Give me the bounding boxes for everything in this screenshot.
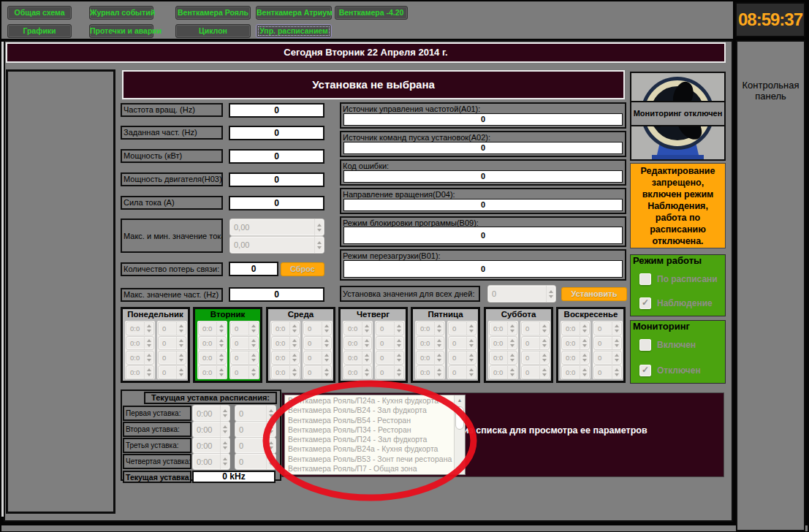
day6-freq-spinner-2[interactable]: 0 <box>522 337 549 349</box>
spin-down-icon[interactable] <box>269 430 273 433</box>
day3-time-spinner-3-arrows[interactable] <box>289 352 299 364</box>
spin-down-icon[interactable] <box>317 229 322 232</box>
schedule-value-spinner-1[interactable]: 0 <box>235 406 276 421</box>
spin-down-icon[interactable] <box>324 330 329 332</box>
spin-down-icon[interactable] <box>510 373 514 376</box>
schedule-time-spinner-4-arrows[interactable] <box>220 454 229 469</box>
day2-time-spinner-2-arrows[interactable] <box>216 337 226 349</box>
spin-down-icon[interactable] <box>179 359 183 362</box>
day2-freq-spinner-1[interactable]: 0 <box>231 322 258 335</box>
spin-down-icon[interactable] <box>549 295 553 298</box>
day6-freq-spinner-1-arrows[interactable] <box>539 322 549 335</box>
spin-up-icon[interactable] <box>292 354 297 357</box>
right-field-value-1[interactable]: 0 <box>343 113 623 126</box>
spin-up-icon[interactable] <box>269 409 273 412</box>
spin-up-icon[interactable] <box>251 354 256 357</box>
day5-freq-spinner-1[interactable]: 0 <box>449 322 476 335</box>
day5-time-spinner-3[interactable]: 0:0 <box>417 352 444 364</box>
spin-down-icon[interactable] <box>437 344 441 347</box>
day5-freq-spinner-3[interactable]: 0 <box>449 352 476 364</box>
spin-up-icon[interactable] <box>397 324 401 327</box>
day1-freq-spinner-4-arrows[interactable] <box>176 366 186 379</box>
spin-down-icon[interactable] <box>251 344 256 347</box>
spin-down-icon[interactable] <box>251 373 256 376</box>
day3-time-spinner-4-arrows[interactable] <box>289 366 299 379</box>
spin-down-icon[interactable] <box>324 359 329 362</box>
spin-down-icon[interactable] <box>615 344 619 347</box>
topbar-button-r1-1[interactable]: Общая схема <box>7 6 72 20</box>
set-all-days-spinner-arrows[interactable] <box>546 286 555 302</box>
left-field-value-1[interactable]: 0 <box>229 103 324 118</box>
day7-time-spinner-4-arrows[interactable] <box>580 366 589 379</box>
topbar-button-r2-1[interactable]: Графики <box>7 24 72 38</box>
spin-up-icon[interactable] <box>542 354 547 357</box>
right-field-value-3[interactable]: 0 <box>343 170 623 183</box>
spin-up-icon[interactable] <box>147 324 151 327</box>
unit-list-item-3[interactable]: Венткамера Рояль/В54 - Ресторан <box>285 416 454 425</box>
day1-freq-spinner-4[interactable]: 0 <box>159 366 186 379</box>
spin-up-icon[interactable] <box>179 324 183 327</box>
day3-freq-spinner-4-arrows[interactable] <box>322 366 331 379</box>
spin-down-icon[interactable] <box>469 330 474 332</box>
day7-time-spinner-2-arrows[interactable] <box>580 337 589 349</box>
day3-time-spinner-2-arrows[interactable] <box>289 337 299 349</box>
day1-time-spinner-2[interactable]: 0:0 <box>126 337 153 349</box>
day7-freq-spinner-1-arrows[interactable] <box>612 322 621 335</box>
spin-down-icon[interactable] <box>147 373 151 376</box>
connection-loss-value[interactable]: 0 <box>229 262 278 276</box>
day5-freq-spinner-2-arrows[interactable] <box>466 337 476 349</box>
day1-time-spinner-1-arrows[interactable] <box>144 322 153 335</box>
day1-freq-spinner-2[interactable]: 0 <box>159 337 186 349</box>
schedule-time-spinner-3-arrows[interactable] <box>220 438 229 453</box>
spin-down-icon[interactable] <box>615 359 619 362</box>
schedule-value-spinner-1-arrows[interactable] <box>266 406 276 421</box>
checkbox-1-2[interactable]: ✓ <box>639 297 651 309</box>
spin-up-icon[interactable] <box>324 339 329 342</box>
spin-up-icon[interactable] <box>324 324 329 327</box>
spin-up-icon[interactable] <box>542 324 547 327</box>
spin-down-icon[interactable] <box>219 344 224 347</box>
day4-time-spinner-4[interactable]: 0:0 <box>344 366 371 379</box>
day5-freq-spinner-4-arrows[interactable] <box>466 366 476 379</box>
spin-up-icon[interactable] <box>510 368 514 371</box>
day4-time-spinner-1[interactable]: 0:0 <box>344 322 371 335</box>
day6-time-spinner-1-arrows[interactable] <box>507 322 517 335</box>
spin-up-icon[interactable] <box>219 354 224 357</box>
spin-up-icon[interactable] <box>437 368 441 371</box>
day7-time-spinner-3[interactable]: 0:0 <box>562 352 589 364</box>
spin-down-icon[interactable] <box>147 330 151 332</box>
left-field-value-2[interactable]: 0 <box>229 126 324 140</box>
day4-freq-spinner-4[interactable]: 0 <box>376 366 403 379</box>
spin-up-icon[interactable] <box>469 354 474 357</box>
spin-up-icon[interactable] <box>324 354 329 357</box>
spin-down-icon[interactable] <box>147 344 151 347</box>
spin-down-icon[interactable] <box>542 359 547 362</box>
day6-freq-spinner-4[interactable]: 0 <box>522 366 549 379</box>
spin-down-icon[interactable] <box>582 344 587 347</box>
spin-up-icon[interactable] <box>223 425 227 428</box>
schedule-value-spinner-3-arrows[interactable] <box>266 438 276 453</box>
max-freq-value[interactable]: 0 <box>229 287 324 302</box>
spin-down-icon[interactable] <box>542 344 547 347</box>
day7-time-spinner-2[interactable]: 0:0 <box>562 337 589 349</box>
day5-time-spinner-2[interactable]: 0:0 <box>417 337 444 349</box>
day2-time-spinner-4-arrows[interactable] <box>216 366 226 379</box>
day3-time-spinner-1-arrows[interactable] <box>289 322 299 335</box>
spin-up-icon[interactable] <box>549 290 553 293</box>
day3-time-spinner-3[interactable]: 0:0 <box>272 352 299 364</box>
day4-time-spinner-3-arrows[interactable] <box>362 352 371 364</box>
spin-up-icon[interactable] <box>324 368 329 371</box>
day2-time-spinner-1-arrows[interactable] <box>216 322 226 335</box>
spin-down-icon[interactable] <box>147 359 151 362</box>
spin-down-icon[interactable] <box>469 344 474 347</box>
day7-time-spinner-4[interactable]: 0:0 <box>562 366 589 379</box>
spin-up-icon[interactable] <box>510 339 514 342</box>
unit-list-item-8[interactable]: Венткамера Рояль/П7 - Общая зона <box>285 464 454 474</box>
spin-up-icon[interactable] <box>219 324 224 327</box>
scroll-down-icon[interactable]: ▼ <box>455 465 465 474</box>
day5-time-spinner-3-arrows[interactable] <box>434 352 444 364</box>
schedule-time-spinner-2[interactable]: 0:00 <box>193 422 229 437</box>
current-max-spinner[interactable]: 0,00 <box>230 219 324 235</box>
spin-up-icon[interactable] <box>269 425 273 428</box>
spin-down-icon[interactable] <box>251 359 256 362</box>
